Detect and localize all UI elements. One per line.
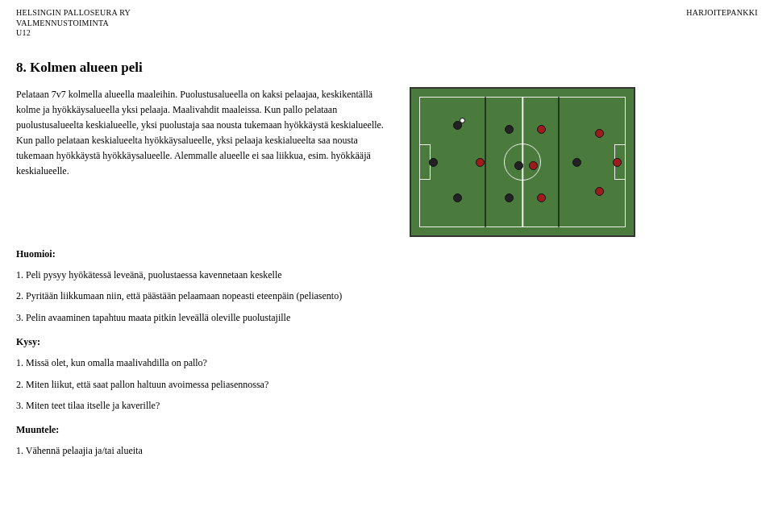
player-dark (505, 193, 514, 202)
page-header: HELSINGIN PALLOSEURA RY VALMENNUSTOIMINT… (16, 8, 758, 39)
ball-icon (460, 118, 465, 123)
list-item: 1. Missä olet, kun omalla maalivahdilla … (16, 356, 758, 370)
player-red (529, 161, 538, 170)
list-item: 1. Vähennä pelaajia ja/tai alueita (16, 444, 758, 458)
content-row: Pelataan 7v7 kolmella alueella maaleihin… (16, 87, 758, 237)
player-red (613, 158, 622, 167)
list-item: 2. Pyritään liikkumaan niin, että päästä… (16, 289, 758, 303)
intro-paragraph: Pelataan 7v7 kolmella alueella maaleihin… (16, 87, 395, 180)
field-diagram (410, 87, 635, 237)
player-red (537, 125, 546, 134)
page-title: 8. Kolmen alueen peli (16, 60, 758, 76)
list-item: 3. Miten teet tilaa itselle ja kaverille… (16, 399, 758, 413)
player-red (476, 158, 485, 167)
header-age: U12 (16, 28, 131, 39)
player-dark (514, 161, 523, 170)
list-item: 3. Pelin avaaminen tapahtuu maata pitkin… (16, 311, 758, 325)
section-muuntele: Muuntele: (16, 424, 758, 436)
player-red (595, 187, 604, 196)
player-red (595, 129, 604, 138)
list-item: 1. Peli pysyy hyökätessä leveänä, puolus… (16, 268, 758, 282)
player-red (537, 193, 546, 202)
intro-column: Pelataan 7v7 kolmella alueella maaleihin… (16, 87, 395, 237)
header-dept: VALMENNUSTOIMINTA (16, 19, 131, 29)
player-dark (505, 125, 514, 134)
list-item: 2. Miten liikut, että saat pallon haltuu… (16, 378, 758, 392)
header-right: HARJOITEPANKKI (686, 8, 758, 39)
header-left: HELSINGIN PALLOSEURA RY VALMENNUSTOIMINT… (16, 8, 131, 39)
figure-column (410, 87, 635, 237)
section-kysy: Kysy: (16, 336, 758, 348)
header-org: HELSINGIN PALLOSEURA RY (16, 8, 131, 19)
section-huomioi: Huomioi: (16, 248, 758, 260)
player-dark (572, 158, 581, 167)
player-dark (429, 158, 438, 167)
player-dark (453, 193, 462, 202)
